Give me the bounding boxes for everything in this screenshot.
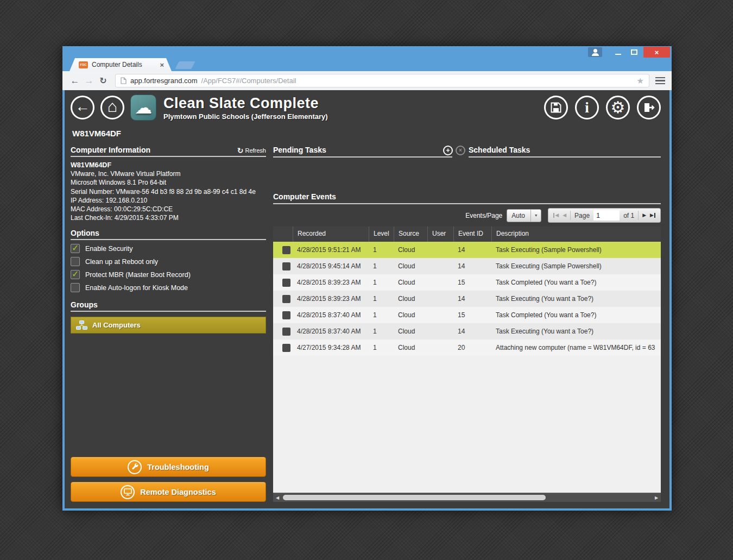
tab-close-icon[interactable]: × xyxy=(160,61,164,68)
table-row[interactable]: 4/28/2015 8:37:40 AM 1 Cloud 15 Task Com… xyxy=(273,307,661,323)
column-user[interactable]: User xyxy=(427,226,453,242)
option-auto-logon-kiosk[interactable]: ✓ Enable Auto-logon for Kiosk Mode xyxy=(71,283,266,292)
column-recorded[interactable]: Recorded xyxy=(293,226,369,242)
cell-level: 1 xyxy=(369,311,394,319)
horizontal-scrollbar[interactable]: ◀ ▶ xyxy=(273,493,661,502)
scrollbar-thumb[interactable] xyxy=(283,495,546,500)
option-label: Enable Security xyxy=(85,245,133,253)
cell-level: 1 xyxy=(369,344,394,351)
checkbox[interactable]: ✓ xyxy=(71,244,80,253)
cell-source: Cloud xyxy=(394,246,427,254)
cell-event-id: 20 xyxy=(453,344,491,351)
minimize-button[interactable] xyxy=(611,47,625,58)
option-enable-security[interactable]: ✓ Enable Security xyxy=(71,244,266,253)
row-select-cell xyxy=(273,279,293,287)
left-panel: Computer Information ↻ Refresh W81VM64DF… xyxy=(71,146,266,502)
table-row[interactable]: 4/28/2015 8:39:23 AM 1 Cloud 15 Task Com… xyxy=(273,274,661,291)
row-checkbox[interactable] xyxy=(282,328,290,336)
cell-source: Cloud xyxy=(394,262,427,270)
scheduled-tasks-panel: Scheduled Tasks xyxy=(469,146,661,158)
maximize-icon xyxy=(631,49,637,55)
row-checkbox[interactable] xyxy=(282,344,290,352)
last-page-button[interactable]: ▶ xyxy=(650,213,655,218)
cell-description: Task Executing (You want a Toe?) xyxy=(491,295,661,303)
back-nav-button[interactable]: ← xyxy=(68,75,82,86)
checkbox[interactable]: ✓ xyxy=(71,270,80,279)
save-button[interactable] xyxy=(544,96,568,119)
forward-nav-button[interactable]: → xyxy=(82,75,96,86)
app-home-button[interactable]: ⌂ xyxy=(100,96,124,119)
computer-events-title: Computer Events xyxy=(273,192,661,204)
cell-source: Cloud xyxy=(394,279,427,286)
remote-diagnostics-button[interactable]: Remote Diagnostics xyxy=(71,482,266,502)
row-checkbox[interactable] xyxy=(282,262,290,270)
info-line: VMware, Inc. VMware Virtual Platform xyxy=(71,169,266,178)
user-icon xyxy=(592,53,599,56)
checkbox[interactable]: ✓ xyxy=(71,257,80,266)
next-page-button[interactable]: ▶ xyxy=(642,213,646,218)
network-computers-icon xyxy=(76,320,87,330)
row-select-cell xyxy=(273,295,293,303)
browser-window: × FSC Computer Details × ← → ↻ app.fortr… xyxy=(62,46,672,511)
table-row[interactable]: 4/28/2015 8:39:23 AM 1 Cloud 14 Task Exe… xyxy=(273,291,661,307)
checkbox[interactable]: ✓ xyxy=(71,283,80,292)
user-icon xyxy=(593,49,597,53)
gear-icon: ⚙ xyxy=(611,99,625,116)
browser-profile-button[interactable] xyxy=(588,47,602,57)
computer-information-header: Computer Information ↻ Refresh xyxy=(71,146,266,157)
info-button[interactable]: i xyxy=(575,96,599,119)
table-row[interactable]: 4/28/2015 9:51:21 AM 1 Cloud 14 Task Exe… xyxy=(273,242,661,258)
info-line: Last Check-In: 4/29/2015 4:33:07 PM xyxy=(71,213,266,222)
row-select-cell xyxy=(273,262,293,270)
logout-icon xyxy=(642,102,655,114)
refresh-link[interactable]: ↻ Refresh xyxy=(237,147,266,154)
prev-page-button[interactable]: ◀ xyxy=(563,213,566,218)
scrollbar-track[interactable] xyxy=(282,493,652,502)
check-icon: ✓ xyxy=(72,243,79,253)
app-back-button[interactable]: ← xyxy=(71,96,94,119)
row-checkbox[interactable] xyxy=(282,295,290,303)
scroll-right-icon[interactable]: ▶ xyxy=(652,495,661,500)
first-page-button[interactable]: ◀ xyxy=(553,213,559,218)
column-source[interactable]: Source xyxy=(394,226,427,242)
group-label: All Computers xyxy=(92,321,141,329)
option-protect-mbr[interactable]: ✓ Protect MBR (Master Boot Record) xyxy=(71,270,266,279)
table-row[interactable]: 4/28/2015 8:37:40 AM 1 Cloud 14 Task Exe… xyxy=(273,323,661,339)
cloud-icon: ☁ xyxy=(135,97,152,118)
row-checkbox[interactable] xyxy=(282,279,290,287)
logout-button[interactable] xyxy=(637,96,661,119)
pending-tasks-panel: Pending Tasks + × xyxy=(273,146,452,158)
events-table-body: 4/28/2015 9:51:21 AM 1 Cloud 14 Task Exe… xyxy=(273,242,661,493)
events-controls: Events/Page Auto ▼ ◀ ◀ Page of 1 ▶ xyxy=(273,208,661,223)
table-row[interactable]: 4/28/2015 9:45:14 AM 1 Cloud 14 Task Exe… xyxy=(273,258,661,274)
maximize-button[interactable] xyxy=(627,47,641,58)
tab-computer-details[interactable]: FSC Computer Details × xyxy=(69,58,172,71)
troubleshooting-button[interactable]: Troubleshooting xyxy=(71,457,266,477)
column-level[interactable]: Level xyxy=(369,226,394,242)
browser-menu-icon[interactable] xyxy=(654,75,666,87)
url-host: app.fortresgrand.com xyxy=(130,77,198,85)
info-line: Serial Number: VMware-56 4d b3 f8 88 2d … xyxy=(71,187,266,196)
selected-value: Auto xyxy=(507,212,530,219)
events-per-page-select[interactable]: Auto ▼ xyxy=(507,209,541,222)
header-select-column[interactable] xyxy=(273,226,293,242)
row-checkbox[interactable] xyxy=(282,311,290,319)
page-number-input[interactable] xyxy=(593,210,620,221)
option-clean-up-reboot[interactable]: ✓ Clean up at Reboot only xyxy=(71,257,266,266)
address-bar[interactable]: app.fortresgrand.com/App/FCS7#/Computers… xyxy=(115,74,649,87)
remove-task-icon[interactable]: × xyxy=(456,146,465,155)
column-event-id[interactable]: Event ID xyxy=(453,226,491,242)
add-task-icon[interactable]: + xyxy=(443,146,453,155)
page-total: of 1 xyxy=(623,212,634,219)
row-checkbox[interactable] xyxy=(282,246,290,254)
reload-button[interactable]: ↻ xyxy=(96,75,110,86)
bookmark-star-icon[interactable]: ★ xyxy=(637,76,644,86)
column-description[interactable]: Description xyxy=(491,226,661,242)
close-button[interactable]: × xyxy=(643,47,670,58)
scroll-left-icon[interactable]: ◀ xyxy=(273,495,282,500)
new-tab-button[interactable] xyxy=(175,61,195,69)
group-all-computers[interactable]: All Computers xyxy=(71,317,266,334)
settings-button[interactable]: ⚙ xyxy=(606,96,630,119)
table-row[interactable]: 4/27/2015 9:34:28 AM 1 Cloud 20 Attachin… xyxy=(273,339,661,356)
favicon-icon: FSC xyxy=(79,61,88,68)
